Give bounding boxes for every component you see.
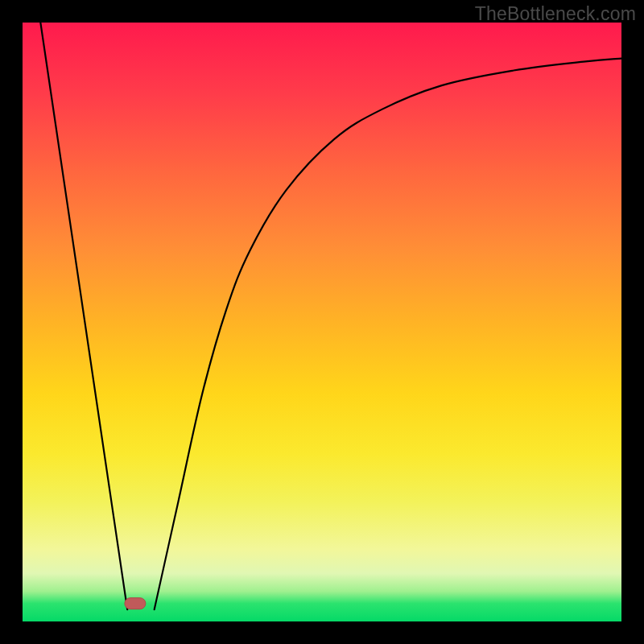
min-marker bbox=[125, 598, 146, 609]
ascending-curve bbox=[155, 59, 621, 609]
watermark-text: TheBottleneck.com bbox=[475, 3, 636, 25]
chart-frame: TheBottleneck.com bbox=[0, 0, 644, 644]
chart-overlay bbox=[23, 23, 621, 621]
descending-line bbox=[40, 23, 127, 609]
plot-area bbox=[23, 23, 621, 621]
